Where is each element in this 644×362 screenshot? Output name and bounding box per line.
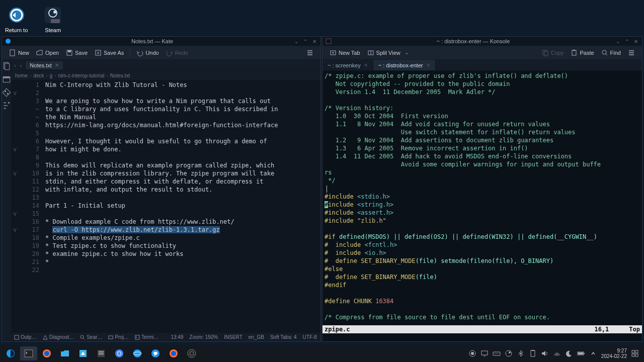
tray-bluetooth-icon[interactable]	[517, 349, 525, 357]
svg-rect-39	[99, 351, 104, 352]
task-chromium[interactable]	[111, 346, 128, 360]
minimize-button[interactable]: ⌄	[293, 38, 299, 44]
copy-button[interactable]: Copy	[539, 47, 567, 58]
taskbar: 9:27 2024-02-22	[0, 345, 644, 362]
documents-icon[interactable]	[2, 62, 11, 71]
tray-steam-icon[interactable]	[505, 349, 513, 357]
status-diagnostics[interactable]: Diagnost…	[43, 334, 74, 340]
tray-battery-icon[interactable]	[577, 349, 585, 357]
minimize-button[interactable]: ⌄	[615, 38, 621, 44]
svg-rect-29	[572, 50, 576, 55]
splitview-button[interactable]: Split View⌄	[364, 47, 412, 58]
undo-button[interactable]: Undo	[133, 47, 162, 58]
breadcrumbs[interactable]: home› deck› g› nim-c-interop-tutorial› N…	[11, 71, 320, 80]
folder-icon	[60, 348, 70, 358]
git-icon[interactable]	[2, 88, 11, 97]
copy-icon	[542, 49, 549, 56]
svg-point-4	[53, 11, 56, 14]
symbols-icon[interactable]	[2, 101, 11, 110]
close-button[interactable]: ✕	[311, 38, 317, 44]
nav-forward[interactable]: ›	[20, 62, 22, 68]
tray-clipboard-icon[interactable]	[529, 349, 537, 357]
desktop-icon-label: Return to	[5, 27, 28, 33]
status-lang[interactable]: en_GB	[249, 334, 264, 340]
folder-open-icon	[36, 49, 43, 56]
status-position[interactable]: 13:49	[171, 334, 184, 340]
redo-button[interactable]: Redo	[163, 47, 191, 58]
find-button[interactable]: Find	[598, 47, 624, 58]
status-terminal[interactable]: Termi…	[135, 334, 158, 340]
konsole-window: ~ : distrobox-enter — Konsole ⌄ ⌃ ✕ New …	[322, 36, 642, 342]
save-icon	[66, 49, 73, 56]
svg-rect-21	[109, 336, 113, 339]
terminal-icon	[135, 335, 140, 340]
hamburger-button[interactable]	[625, 47, 638, 58]
hamburger-icon	[306, 49, 313, 56]
show-desktop-icon[interactable]	[631, 349, 639, 357]
svg-line-20	[83, 338, 85, 339]
task-discover[interactable]	[74, 346, 92, 360]
status-mode[interactable]: INSERT	[224, 334, 243, 340]
maximize-button[interactable]: ⌃	[302, 38, 308, 44]
split-icon	[367, 49, 374, 56]
tray-keyboard-icon[interactable]	[493, 349, 501, 357]
find-icon	[601, 49, 608, 56]
konsole-tab[interactable]: ~ : screenkey✕	[323, 60, 373, 70]
svg-point-49	[188, 349, 196, 357]
task-web[interactable]	[129, 346, 146, 360]
app-launcher[interactable]	[2, 346, 19, 360]
status-zoom[interactable]: Zoom: 150%	[190, 334, 218, 340]
task-konsole[interactable]	[20, 346, 37, 360]
status-projects[interactable]: Proj…	[108, 334, 129, 340]
task-settings[interactable]	[93, 346, 110, 360]
task-dolphin[interactable]	[56, 346, 73, 360]
nav-back[interactable]: ‹	[14, 62, 16, 68]
kate-tab[interactable]: Notes.txt ✕	[26, 61, 62, 69]
status-search[interactable]: Sear…	[80, 334, 102, 340]
open-button[interactable]: Open	[33, 47, 62, 58]
new-button[interactable]: New	[6, 47, 32, 58]
projects-icon	[108, 335, 113, 340]
save-button[interactable]: Save	[63, 47, 91, 58]
svg-rect-30	[573, 50, 575, 51]
task-chat[interactable]	[147, 346, 164, 360]
status-tabs[interactable]: Soft Tabs: 4	[270, 334, 297, 340]
newtab-button[interactable]: New Tab	[327, 47, 363, 58]
tray-network-icon[interactable]	[553, 349, 561, 357]
tray-volume-icon[interactable]	[541, 349, 549, 357]
terminal-content[interactable]: /* zpipe.c: example of proper use of zli…	[323, 71, 642, 325]
svg-rect-60	[532, 350, 534, 351]
tab-close[interactable]: ✕	[364, 62, 368, 68]
plasma-icon	[6, 348, 16, 358]
tray-expand-icon[interactable]	[589, 349, 597, 357]
maximize-button[interactable]: ⌃	[624, 38, 630, 44]
paste-button[interactable]: Paste	[568, 47, 597, 58]
desktop-icon-steam[interactable]: Steam	[43, 5, 63, 33]
task-firefox[interactable]	[38, 346, 55, 360]
tab-close[interactable]: ✕	[426, 62, 430, 68]
redo-icon	[166, 49, 173, 56]
return-icon	[8, 6, 26, 24]
status-encoding[interactable]: UTF-8	[303, 334, 317, 340]
desktop-icon-return[interactable]: Return to	[5, 5, 28, 33]
tab-close[interactable]: ✕	[55, 62, 59, 68]
hamburger-button[interactable]	[303, 47, 316, 58]
vim-statusline: zpipe.c 16,1 Top	[323, 325, 642, 333]
konsole-tab[interactable]: ~ : distrobox-enter✕	[373, 60, 436, 70]
tray-display-icon[interactable]	[480, 349, 489, 357]
tray-record-icon[interactable]	[468, 349, 476, 357]
editor-content[interactable]: Nim C-Interop with Zlib Tutoral - NotesW…	[43, 80, 320, 332]
svg-rect-65	[632, 350, 634, 353]
task-obs[interactable]	[183, 346, 200, 360]
tray-night-icon[interactable]	[565, 349, 573, 357]
task-firefox2[interactable]	[165, 346, 182, 360]
line-gutter[interactable]: 12v3↪↪6567v8910v1112131415v1617v18192021…	[11, 80, 43, 332]
taskbar-clock[interactable]: 9:27 2024-02-22	[601, 348, 627, 359]
konsole-titlebar[interactable]: ~ : distrobox-enter — Konsole ⌄ ⌃ ✕	[323, 37, 642, 46]
kate-titlebar[interactable]: Notes.txt — Kate ⌄ ⌃ ✕	[2, 37, 320, 46]
close-button[interactable]: ✕	[633, 38, 639, 44]
saveas-button[interactable]: Save As	[92, 47, 127, 58]
status-output[interactable]: Outp…	[14, 334, 37, 340]
web-icon	[132, 348, 142, 358]
filesystem-icon[interactable]	[2, 75, 11, 84]
